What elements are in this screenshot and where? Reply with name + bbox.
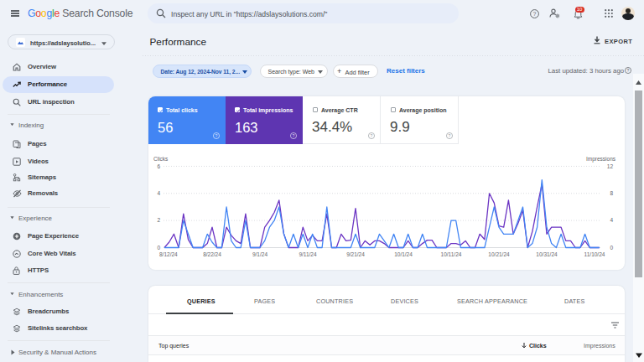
svg-text:?: ? bbox=[533, 11, 537, 17]
svg-text:?: ? bbox=[627, 68, 630, 73]
